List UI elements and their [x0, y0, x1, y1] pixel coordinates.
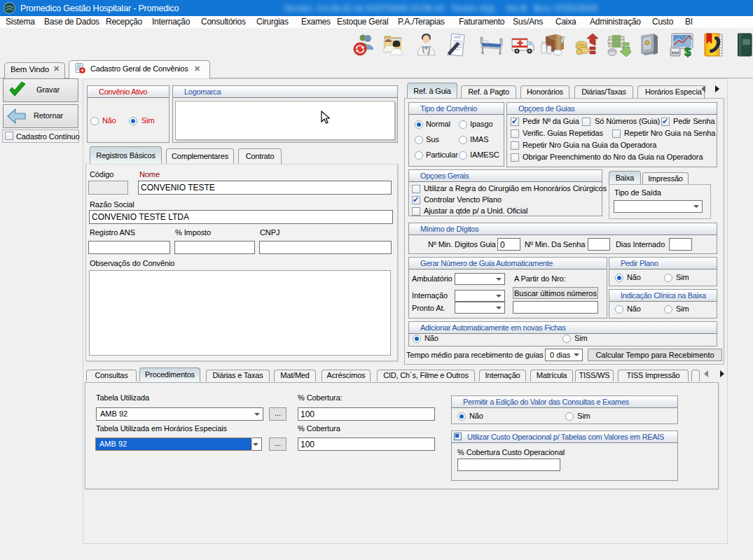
- svg-text:$: $: [684, 46, 691, 57]
